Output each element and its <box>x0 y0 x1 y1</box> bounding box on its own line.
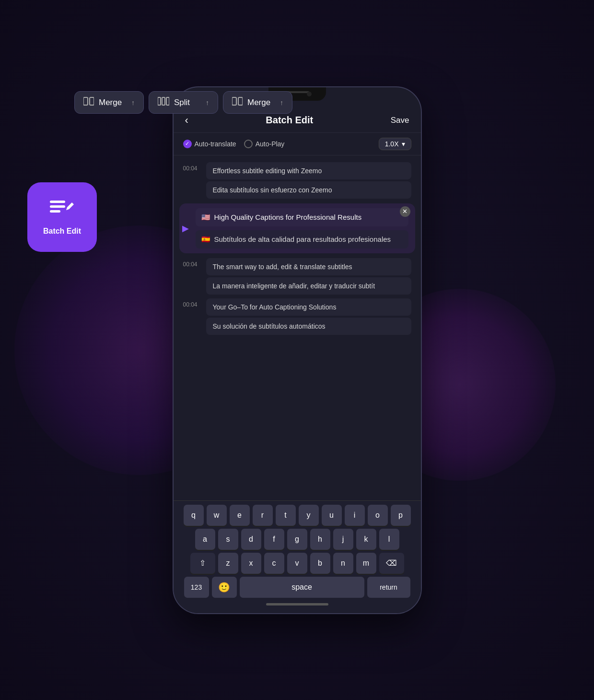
split-arrow: ↑ <box>206 99 209 107</box>
key-q[interactable]: q <box>184 505 204 526</box>
key-m[interactable]: m <box>356 553 376 574</box>
merge-arrow-1: ↑ <box>131 99 135 107</box>
batch-edit-icon-card[interactable]: Batch Edit <box>27 182 97 252</box>
subtitle-line-1a[interactable]: Effortless subtitle editing with Zeemo <box>206 162 411 179</box>
merge-pill-1[interactable]: Merge ↑ <box>74 91 144 114</box>
header-title: Batch Edit <box>266 115 313 126</box>
emoji-key[interactable]: 🙂 <box>212 577 237 598</box>
key-b[interactable]: b <box>310 553 330 574</box>
camera-dot <box>307 92 312 96</box>
key-y[interactable]: y <box>299 505 319 526</box>
key-h[interactable]: h <box>310 529 330 550</box>
key-c[interactable]: c <box>264 553 284 574</box>
auto-translate-option[interactable]: ✓ Auto-translate <box>183 140 236 148</box>
entry-lines-3: Your Go–To for Auto Captioning Solutions… <box>206 298 411 335</box>
close-button[interactable]: ✕ <box>400 206 410 217</box>
keyboard-bottom-row: 123 🙂 space return <box>175 577 419 598</box>
key-u[interactable]: u <box>322 505 342 526</box>
entry-time-1: 00:04 <box>183 162 200 199</box>
key-g[interactable]: g <box>287 529 307 550</box>
batch-edit-label: Batch Edit <box>43 227 81 236</box>
phone-content: ‹ Batch Edit Save ✓ Auto-translate Auto-… <box>174 110 421 613</box>
svg-rect-4 <box>90 97 94 105</box>
active-subtitle-entry: ▶ 🇺🇸 High Quality Captions for Professio… <box>179 203 415 253</box>
key-z[interactable]: z <box>218 553 238 574</box>
save-button[interactable]: Save <box>391 116 409 125</box>
merge-pill-2[interactable]: Merge ↑ <box>223 91 292 114</box>
auto-play-radio <box>244 140 253 148</box>
batch-edit-symbol <box>50 199 75 223</box>
key-a[interactable]: a <box>195 529 215 550</box>
auto-translate-label: Auto-translate <box>195 140 236 148</box>
key-j[interactable]: j <box>333 529 353 550</box>
entry-lines-2: The smart way to add, edit & translate s… <box>206 258 411 295</box>
subtitle-entry-3: 00:04 Your Go–To for Auto Captioning Sol… <box>174 297 421 337</box>
key-n[interactable]: n <box>333 553 353 574</box>
subtitle-list: 00:04 Effortless subtitle editing with Z… <box>174 155 421 500</box>
svg-rect-6 <box>162 97 165 105</box>
key-i[interactable]: i <box>345 505 365 526</box>
key-d[interactable]: d <box>241 529 261 550</box>
shift-key[interactable]: ⇧ <box>190 553 215 574</box>
key-e[interactable]: e <box>230 505 250 526</box>
entry-lines-1: Effortless subtitle editing with Zeemo E… <box>206 162 411 199</box>
key-p[interactable]: p <box>391 505 411 526</box>
key-l[interactable]: l <box>379 529 399 550</box>
active-line-1[interactable]: 🇺🇸 High Quality Captions for Professiona… <box>196 208 408 226</box>
flag-us: 🇺🇸 <box>201 213 210 222</box>
split-label: Split <box>174 98 190 107</box>
keyboard-row-1: q w e r t y u i o p <box>175 505 419 526</box>
flag-es: 🇪🇸 <box>201 235 210 244</box>
svg-rect-3 <box>83 97 88 105</box>
backspace-key[interactable]: ⌫ <box>379 553 404 574</box>
key-o[interactable]: o <box>368 505 388 526</box>
options-row: ✓ Auto-translate Auto-Play 1.0X ▾ <box>174 133 421 155</box>
key-r[interactable]: r <box>253 505 273 526</box>
num-key[interactable]: 123 <box>184 577 209 598</box>
key-s[interactable]: s <box>218 529 238 550</box>
home-bar-indicator <box>266 603 328 605</box>
active-translation-text: Subtítulos de alta calidad para resultad… <box>214 235 391 243</box>
key-w[interactable]: w <box>207 505 227 526</box>
auto-play-label: Auto-Play <box>256 140 285 148</box>
auto-translate-check: ✓ <box>183 140 192 148</box>
active-line-2[interactable]: 🇪🇸 Subtítulos de alta calidad para resul… <box>196 230 408 249</box>
svg-rect-9 <box>238 97 243 105</box>
keyboard-row-3: ⇧ z x c v b n m ⌫ <box>175 553 419 574</box>
space-key[interactable]: space <box>240 577 364 598</box>
key-t[interactable]: t <box>276 505 296 526</box>
merge-icon-1 <box>83 96 94 108</box>
entry-time-2: 00:04 <box>183 258 200 295</box>
key-v[interactable]: v <box>287 553 307 574</box>
play-button[interactable]: ▶ <box>182 223 189 234</box>
subtitle-line-3b[interactable]: Su solución de subtítulos automáticos <box>206 318 411 335</box>
split-pill[interactable]: Split ↑ <box>149 91 218 114</box>
svg-rect-1 <box>50 205 65 208</box>
subtitle-line-3a[interactable]: Your Go–To for Auto Captioning Solutions <box>206 298 411 316</box>
svg-rect-8 <box>232 97 236 105</box>
svg-rect-7 <box>166 97 169 105</box>
auto-play-option[interactable]: Auto-Play <box>244 140 285 148</box>
svg-rect-0 <box>50 201 65 203</box>
key-k[interactable]: k <box>356 529 376 550</box>
speed-value: 1.0X <box>385 140 399 148</box>
keyboard-row-2: a s d f g h j k l <box>175 529 419 550</box>
active-caption-text: High Quality Captions for Professional R… <box>214 213 362 221</box>
key-f[interactable]: f <box>264 529 284 550</box>
keyboard: q w e r t y u i o p a s d f g h j k <box>174 500 421 613</box>
return-key[interactable]: return <box>367 577 410 598</box>
key-x[interactable]: x <box>241 553 261 574</box>
speed-selector[interactable]: 1.0X ▾ <box>379 138 411 150</box>
subtitle-line-2a[interactable]: The smart way to add, edit & translate s… <box>206 258 411 275</box>
svg-rect-5 <box>158 97 161 105</box>
subtitle-line-1b[interactable]: Edita subtítulos sin esfuerzo con Zeemo <box>206 181 411 199</box>
back-button[interactable]: ‹ <box>185 114 188 127</box>
phone-frame: ‹ Batch Edit Save ✓ Auto-translate Auto-… <box>173 86 422 614</box>
merge-icon-2 <box>232 96 243 108</box>
merge-label-1: Merge <box>99 98 122 107</box>
toolbar-pills: Merge ↑ Split ↑ Merge ↑ <box>74 91 292 114</box>
home-bar <box>175 598 419 611</box>
merge-arrow-2: ↑ <box>280 99 283 107</box>
subtitle-entry-2: 00:04 The smart way to add, edit & trans… <box>174 256 421 297</box>
subtitle-line-2b[interactable]: La manera inteligente de añadir, editar … <box>206 277 411 295</box>
